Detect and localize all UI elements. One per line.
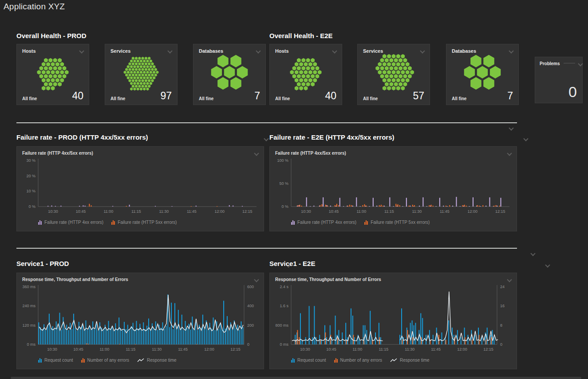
svg-text:10:30: 10:30 — [47, 347, 57, 352]
hexagon — [135, 57, 138, 60]
hexagon — [399, 74, 403, 78]
status-text: All fine — [275, 96, 290, 101]
hexagon — [130, 59, 133, 63]
hexagon — [154, 74, 157, 77]
hexagon — [380, 66, 384, 70]
tile-services-prod: Services All fine97 — [105, 44, 178, 105]
chevron-down-icon[interactable] — [507, 151, 512, 156]
chevron-down-icon[interactable] — [332, 48, 337, 54]
hexagon — [46, 70, 50, 74]
chevron-down-icon[interactable] — [545, 262, 550, 268]
legend-item[interactable]: Number of any errors — [334, 358, 382, 363]
chevron-down-icon[interactable] — [509, 125, 514, 131]
hexagon — [150, 71, 152, 74]
hexagon — [137, 71, 139, 74]
hexagon — [44, 66, 48, 70]
hexagon — [156, 71, 158, 74]
svg-text:11:15: 11:15 — [131, 209, 141, 214]
chart-title: Response time, Throughput and Number of … — [22, 277, 128, 282]
legend-item[interactable]: Failure rate (HTTP 4xx errors) — [291, 220, 356, 225]
tile-hosts-e2e: Hosts All fine40 — [269, 44, 342, 105]
failure-rate-prod-svg: 0 %10 %20 %30 %10:3010:4511:0011:1511:30… — [20, 156, 267, 216]
hexagon — [385, 82, 389, 86]
chevron-down-icon[interactable] — [264, 136, 269, 141]
chevron-down-icon[interactable] — [507, 277, 512, 282]
legend-label: Failure rate (HTTP 4xx errors) — [44, 220, 103, 225]
hexagon — [396, 54, 400, 59]
svg-text:11:30: 11:30 — [412, 209, 422, 214]
hexagon — [304, 70, 308, 74]
entity-count: 97 — [160, 91, 172, 101]
chevron-down-icon[interactable] — [254, 151, 259, 156]
hexagon — [403, 66, 407, 70]
svg-text:11:30: 11:30 — [159, 209, 169, 214]
hexagon — [58, 58, 62, 63]
svg-text:11:30: 11:30 — [152, 347, 162, 352]
hexagon — [60, 62, 64, 66]
legend-item[interactable]: Number of any errors — [81, 358, 129, 363]
hexagon — [408, 66, 412, 70]
legend-item[interactable]: Request count — [38, 358, 73, 363]
hexagon — [58, 66, 62, 70]
hexagon — [392, 86, 396, 90]
svg-text:12:00: 12:00 — [215, 209, 225, 214]
hexagon — [299, 78, 303, 82]
hexagon — [375, 66, 379, 70]
hexagon — [42, 70, 46, 74]
legend-item[interactable]: Request count — [291, 358, 326, 363]
hexagon — [406, 70, 410, 74]
svg-text:50 %: 50 % — [279, 181, 288, 186]
svg-text:30 %: 30 % — [26, 158, 36, 163]
legend-label: Number of any errors — [340, 358, 382, 363]
hexagon — [130, 87, 133, 90]
hexagon — [138, 68, 141, 71]
legend-item[interactable]: Response time — [390, 358, 430, 363]
hexagon — [313, 78, 317, 82]
legend-item[interactable]: Failure rate (HTTP 5xx errors) — [111, 220, 177, 225]
chevron-down-icon[interactable] — [79, 48, 84, 54]
hexagon — [304, 78, 308, 82]
hexagon — [65, 70, 69, 74]
hexagon — [51, 78, 55, 82]
hexagon — [406, 78, 410, 82]
hexagon — [138, 79, 141, 82]
legend-label: Request count — [44, 358, 73, 363]
chevron-down-icon[interactable] — [530, 251, 536, 256]
hexagon — [132, 85, 134, 88]
hexagon — [135, 79, 138, 82]
hexagon — [48, 66, 52, 70]
chevron-down-icon[interactable] — [578, 61, 583, 66]
status-text: All fine — [199, 96, 213, 101]
svg-text:8: 8 — [500, 323, 502, 328]
hexagon — [135, 63, 138, 66]
chevron-down-icon[interactable] — [167, 48, 173, 54]
svg-text:10:45: 10:45 — [76, 209, 86, 214]
hexagon — [464, 66, 475, 78]
chevron-down-icon[interactable] — [256, 48, 261, 54]
chevron-down-icon[interactable] — [523, 136, 529, 141]
hexagon — [138, 57, 141, 60]
hexagon — [132, 79, 134, 82]
hexagon — [132, 57, 134, 60]
hexagon — [401, 86, 405, 90]
chevron-down-icon[interactable] — [254, 277, 259, 282]
hexagon — [44, 74, 48, 78]
svg-text:20 %: 20 % — [26, 174, 36, 178]
bar-series-icon — [291, 358, 295, 363]
hexagon — [143, 76, 146, 79]
horizontal-scrollbar[interactable] — [11, 377, 581, 379]
legend-label: Failure rate (HTTP 5xx errors) — [118, 220, 177, 225]
tile-label: Hosts — [275, 48, 289, 54]
legend-item[interactable]: Response time — [137, 358, 177, 363]
hexagon — [299, 70, 303, 74]
legend-item[interactable]: Failure rate (HTTP 5xx errors) — [364, 220, 430, 225]
hexagon — [292, 66, 296, 70]
chevron-down-icon[interactable] — [509, 48, 514, 54]
legend-item[interactable]: Failure rate (HTTP 4xx errors) — [38, 220, 103, 225]
chevron-down-icon[interactable] — [420, 48, 425, 54]
hexagon — [151, 68, 154, 71]
hexagon — [42, 86, 46, 90]
hexagon — [143, 59, 146, 63]
legend-label: Response time — [400, 358, 430, 363]
hexagon — [37, 70, 41, 74]
